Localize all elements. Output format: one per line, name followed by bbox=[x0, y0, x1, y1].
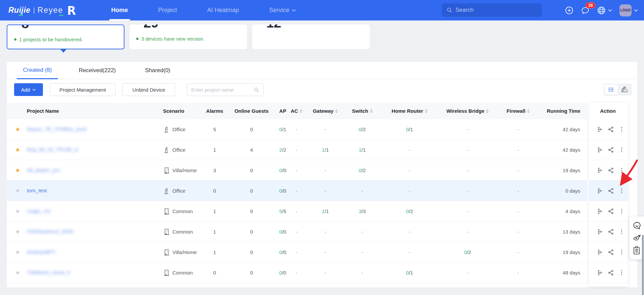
more-actions-button[interactable] bbox=[619, 208, 625, 214]
share-project-button[interactable] bbox=[608, 188, 614, 194]
switch-cell: - bbox=[346, 188, 378, 194]
more-actions-button[interactable] bbox=[619, 249, 625, 255]
brand-logo[interactable]: Ruijie | Reyee R bbox=[8, 4, 76, 17]
share-project-icon bbox=[608, 167, 614, 174]
share-project-button[interactable] bbox=[608, 147, 614, 153]
enter-project-button[interactable] bbox=[597, 147, 603, 153]
favorite-star-icon[interactable]: ★ bbox=[15, 208, 20, 214]
column-header-switch[interactable]: Switch bbox=[346, 108, 378, 114]
more-actions-button[interactable] bbox=[619, 269, 625, 276]
enter-project-button[interactable] bbox=[597, 167, 603, 174]
sort-icon[interactable] bbox=[335, 109, 338, 113]
nav-item-service[interactable]: Service bbox=[254, 0, 311, 20]
favorite-star-icon[interactable]: ★ bbox=[15, 270, 20, 276]
tab-created[interactable]: Created (8) bbox=[17, 62, 58, 79]
live-chat-button[interactable] bbox=[633, 221, 641, 230]
column-header-firewall[interactable]: Firewall bbox=[494, 108, 542, 114]
feedback-button[interactable] bbox=[633, 234, 641, 242]
notifications-button[interactable]: 28 bbox=[581, 6, 590, 15]
building-scenario-icon bbox=[163, 167, 169, 174]
enter-project-button[interactable] bbox=[597, 208, 603, 214]
more-actions-button[interactable] bbox=[619, 126, 625, 133]
project-name-link[interactable]: tom_test bbox=[27, 188, 47, 194]
project-search[interactable] bbox=[187, 83, 264, 96]
project-name-link[interactable]: tdt_player_pro bbox=[27, 167, 60, 173]
map-view-button[interactable] bbox=[618, 85, 631, 95]
card-devices[interactable]: 29 3 devices have new version. bbox=[129, 24, 247, 49]
home-router-cell: 0/2 bbox=[378, 208, 441, 214]
more-actions-button[interactable] bbox=[619, 229, 625, 235]
project-name-link[interactable]: Reyee_TE_TPoffice_amd bbox=[27, 126, 86, 132]
summary-cards: 8 1 projects to be handovered. 29 3 devi… bbox=[7, 24, 370, 49]
unbind-device-button[interactable]: Unbind Device bbox=[122, 83, 175, 96]
share-project-button[interactable] bbox=[608, 126, 614, 133]
favorite-star-icon[interactable]: ★ bbox=[15, 147, 20, 153]
project-management-button[interactable]: Project Management bbox=[50, 83, 116, 96]
tab-shared[interactable]: Shared(0) bbox=[143, 62, 173, 79]
share-project-button[interactable] bbox=[608, 167, 614, 174]
home-router-cell: - bbox=[378, 147, 441, 153]
add-button[interactable]: Add bbox=[14, 83, 43, 96]
enter-project-button[interactable] bbox=[597, 229, 603, 235]
home-router-cell: - bbox=[378, 167, 441, 173]
table-row: ★Reyee_TE_TPoffice_amdOffice500/1--0/20/… bbox=[7, 119, 587, 140]
enter-project-button[interactable] bbox=[597, 188, 603, 194]
sort-icon[interactable] bbox=[300, 109, 302, 113]
column-header-home-router[interactable]: Home Router bbox=[378, 108, 441, 114]
switch-cell: 3/3 bbox=[346, 208, 378, 214]
card-projects[interactable]: 8 1 projects to be handovered. bbox=[7, 24, 124, 49]
nav-item-home[interactable]: Home bbox=[96, 0, 143, 20]
scrollbar-thumb[interactable] bbox=[642, 235, 644, 295]
project-name-link[interactable]: FW3Geekend_0000 bbox=[27, 229, 73, 235]
no-device-dash: - bbox=[296, 208, 298, 214]
list-view-button[interactable] bbox=[605, 85, 618, 95]
language-selector[interactable] bbox=[597, 6, 612, 15]
favorite-star-icon[interactable]: ★ bbox=[15, 188, 20, 194]
more-actions-button[interactable] bbox=[619, 188, 625, 194]
survey-button[interactable] bbox=[633, 246, 641, 255]
device-count: 3/3 bbox=[359, 208, 366, 214]
enter-project-icon bbox=[597, 208, 603, 214]
global-search-input[interactable] bbox=[455, 7, 533, 13]
favorite-star-icon[interactable]: ★ bbox=[15, 229, 20, 235]
column-header-ac[interactable]: AC bbox=[289, 108, 304, 114]
project-name-link[interactable]: magic_mn bbox=[27, 208, 51, 214]
online-guests-cell: 0 bbox=[226, 208, 277, 214]
no-device-dash: - bbox=[467, 167, 469, 173]
enter-project-button[interactable] bbox=[597, 269, 603, 276]
share-project-button[interactable] bbox=[608, 208, 614, 214]
favorite-star-icon[interactable]: ★ bbox=[15, 249, 20, 255]
sort-icon[interactable] bbox=[527, 109, 530, 113]
sort-icon[interactable] bbox=[486, 109, 489, 113]
share-project-button[interactable] bbox=[608, 249, 614, 255]
column-header-wireless-bridge[interactable]: Wireless Bridge bbox=[441, 108, 494, 114]
nav-item-project[interactable]: Project bbox=[143, 0, 192, 20]
project-search-input[interactable] bbox=[191, 87, 248, 93]
sort-icon[interactable] bbox=[370, 109, 373, 113]
tab-received[interactable]: Received(222) bbox=[75, 62, 119, 79]
nav-item-ai-heatmap[interactable]: AI Heatmap bbox=[192, 0, 254, 20]
project-name-link[interactable]: Ruij_08_25_TProffi_st bbox=[27, 147, 78, 153]
column-header-gateway[interactable]: Gateway bbox=[304, 108, 346, 114]
card-alarms[interactable]: 12 bbox=[252, 24, 370, 49]
favorite-star-icon[interactable]: ★ bbox=[15, 127, 20, 132]
project-name-link[interactable]: ahaNasl8PT bbox=[27, 249, 55, 255]
favorite-star-icon[interactable]: ★ bbox=[15, 167, 20, 173]
action-column: Action bbox=[589, 103, 628, 286]
share-project-button[interactable] bbox=[608, 229, 614, 235]
column-header-label: Scenario bbox=[163, 108, 184, 114]
more-actions-button[interactable] bbox=[619, 167, 625, 174]
column-header-label: AP bbox=[279, 108, 286, 114]
add-project-quick-button[interactable] bbox=[565, 6, 574, 15]
more-actions-button[interactable] bbox=[619, 147, 625, 153]
share-project-button[interactable] bbox=[608, 269, 614, 276]
enter-project-button[interactable] bbox=[597, 126, 603, 133]
project-name-link[interactable]: TWbktest_nknal_9 bbox=[27, 269, 70, 276]
enter-project-button[interactable] bbox=[597, 249, 603, 255]
no-device-dash: - bbox=[518, 147, 519, 153]
account-menu[interactable]: LOGO bbox=[620, 4, 638, 16]
sort-icon[interactable] bbox=[425, 109, 428, 113]
scenario-cell: Villa/Home bbox=[156, 167, 203, 174]
global-search[interactable] bbox=[442, 3, 542, 17]
action-cell bbox=[589, 181, 628, 201]
